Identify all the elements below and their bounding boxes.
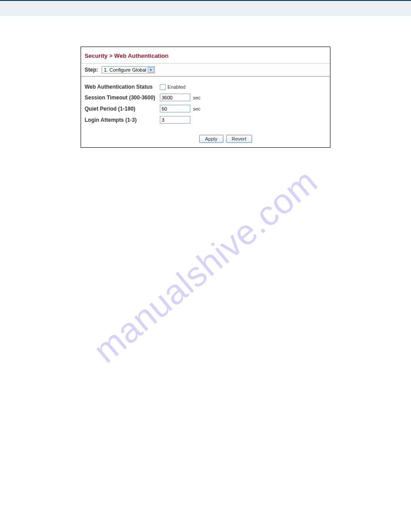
session-timeout-unit: sec (193, 95, 201, 100)
session-timeout-label: Session Timeout (300-3600) (85, 94, 160, 101)
quiet-period-label: Quiet Period (1-180) (85, 106, 160, 112)
auth-status-row: Web Authentication Status Enabled (85, 84, 326, 90)
quiet-period-input[interactable] (160, 105, 190, 112)
breadcrumb: Security > Web Authentication (85, 52, 168, 59)
apply-button[interactable]: Apply (199, 135, 223, 143)
config-panel: Security > Web Authentication Step: 1. C… (81, 47, 330, 148)
quiet-period-row: Quiet Period (1-180) sec (85, 105, 326, 112)
auth-status-checkbox[interactable] (160, 84, 166, 90)
button-row: Apply Revert (81, 132, 330, 147)
auth-status-checkbox-wrap[interactable]: Enabled (160, 84, 185, 90)
session-timeout-input[interactable] (160, 94, 190, 101)
button-group: Apply Revert (199, 135, 252, 143)
login-attempts-label: Login Attempts (1-3) (85, 117, 160, 123)
top-bar (0, 0, 411, 16)
auth-status-label: Web Authentication Status (85, 84, 160, 90)
login-attempts-row: Login Attempts (1-3) (85, 116, 326, 124)
quiet-period-unit: sec (193, 106, 201, 112)
step-select[interactable]: 1. Configure Global (102, 66, 155, 73)
panel-header: Security > Web Authentication (81, 47, 330, 64)
login-attempts-input[interactable] (160, 116, 190, 124)
revert-button[interactable]: Revert (226, 135, 252, 143)
session-timeout-row: Session Timeout (300-3600) sec (85, 94, 326, 101)
watermark: manualshive.com (86, 161, 325, 371)
step-row: Step: 1. Configure Global ▼ (81, 64, 330, 77)
auth-status-checkbox-label: Enabled (167, 84, 185, 90)
step-label: Step: (85, 67, 98, 73)
form-body: Web Authentication Status Enabled Sessio… (81, 77, 330, 132)
step-select-wrap[interactable]: 1. Configure Global ▼ (102, 66, 155, 73)
content-area: Security > Web Authentication Step: 1. C… (0, 16, 411, 148)
